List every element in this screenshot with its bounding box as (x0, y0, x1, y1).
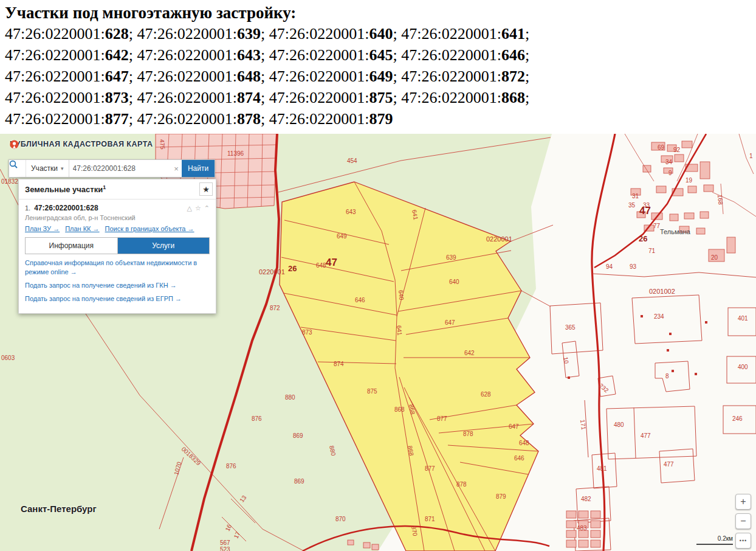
cadastral-number: 47:26:0220001:643 (137, 46, 261, 64)
search-icon[interactable] (9, 160, 26, 177)
tab-information[interactable]: Информация (26, 238, 118, 254)
cadastral-number: 47:26:0220001:628 (5, 25, 129, 43)
app-brand: ПУБЛИЧНАЯ КАДАСТРОВАЯ КАРТА (10, 140, 153, 148)
info-link[interactable]: Подать запрос на получение сведений из Г… (25, 281, 210, 290)
results-count-sup: 1 (103, 184, 106, 190)
cadastral-number: 47:26:0220001:642 (5, 46, 129, 64)
tab-services[interactable]: Услуги (118, 238, 210, 254)
map-tools-button[interactable]: ••• (735, 533, 751, 549)
info-link[interactable]: Справочная информация по объектам недвиж… (25, 258, 210, 277)
app-brand-title: ПУБЛИЧНАЯ КАДАСТРОВАЯ КАРТА (10, 140, 153, 148)
results-title: Земельные участки1 (25, 184, 106, 194)
search-category-label: Участки (31, 164, 58, 173)
page-title: Участки под многоэтажную застройку: (5, 2, 750, 23)
result-cadastral-number[interactable]: 47:26:0220001:628 (34, 204, 98, 212)
search-bar[interactable]: Участки ▾ × Найти (9, 159, 215, 178)
parcel-number-line: 47:26:0220001:877; 47:26:0220001:878; 47… (5, 108, 750, 130)
cadastral-number: 47:26:0220001:648 (137, 68, 261, 85)
results-header: Земельные участки1 ★ (19, 179, 216, 199)
search-results-panel: Земельные участки1 ★ 1. 47:26:0220001:62… (18, 179, 216, 314)
cadastral-number: 47:26:0220001:877 (5, 110, 129, 128)
clear-search-icon[interactable]: × (171, 160, 182, 177)
parcel-list: 47:26:0220001:628; 47:26:0220001:639; 47… (5, 23, 750, 130)
zoom-in-button[interactable]: + (735, 494, 751, 510)
favorites-star-button[interactable]: ★ (199, 182, 213, 196)
favorite-icon[interactable]: ☆ (195, 204, 201, 212)
parcel-number-line: 47:26:0220001:873; 47:26:0220001:874; 47… (5, 87, 750, 108)
chevron-down-icon: ▾ (61, 165, 64, 172)
cadastral-number: 47:26:0220001:879 (269, 110, 393, 128)
result-link[interactable]: План КК → (65, 225, 99, 232)
result-quick-links: План ЗУ →План КК →Поиск в границах объек… (25, 224, 210, 233)
result-item-icons: △☆⌃ (187, 204, 210, 212)
cadastral-number: 47:26:0220001:868 (401, 89, 525, 106)
document-header: Участки под многоэтажную застройку: 47:2… (0, 0, 756, 134)
cadastral-number: 47:26:0220001:649 (269, 68, 393, 85)
cadastral-number: 47:26:0220001:875 (269, 89, 393, 106)
search-input[interactable] (69, 160, 171, 177)
cadastral-number: 47:26:0220001:873 (5, 89, 129, 106)
search-category-dropdown[interactable]: Участки ▾ (26, 160, 69, 177)
cadastral-number: 47:26:0220001:639 (137, 25, 261, 43)
result-tabs: Информация Услуги (25, 237, 210, 254)
parcel-number-line: 47:26:0220001:628; 47:26:0220001:639; 47… (5, 23, 750, 44)
cadastral-number: 47:26:0220001:872 (401, 68, 525, 85)
result-location: Ленинградская обл, р-н Тосненский (25, 214, 210, 221)
zoom-out-button[interactable]: − (735, 513, 751, 529)
rosreestr-logo-icon[interactable] (10, 140, 19, 149)
result-link[interactable]: Поиск в границах объекта → (105, 225, 194, 232)
parcel-number-line: 47:26:0220001:647; 47:26:0220001:648; 47… (5, 66, 750, 87)
cadastral-number: 47:26:0220001:878 (137, 110, 261, 128)
result-item-header: 1. 47:26:0220001:628 △☆⌃ (25, 204, 210, 212)
result-info-links: Справочная информация по объектам недвиж… (25, 258, 210, 303)
cadastral-map[interactable]: 4546436416496390220001022000126648476406… (0, 134, 756, 551)
scale-bar (696, 544, 733, 545)
cadastral-number: 47:26:0220001:647 (5, 68, 129, 85)
result-link[interactable]: План ЗУ → (25, 225, 60, 232)
cadastral-number: 47:26:0220001:640 (269, 25, 393, 43)
search-submit-button[interactable]: Найти (182, 160, 215, 177)
result-item-index: 1. (25, 204, 30, 212)
scale-label: 0.2км (687, 535, 733, 542)
cadastral-number: 47:26:0220001:646 (401, 46, 525, 64)
cadastral-number: 47:26:0220001:645 (269, 46, 393, 64)
collapse-icon[interactable]: ⌃ (204, 204, 210, 212)
cadastral-number: 47:26:0220001:641 (401, 25, 525, 43)
parcel-number-line: 47:26:0220001:642; 47:26:0220001:643; 47… (5, 44, 750, 66)
result-item: 1. 47:26:0220001:628 △☆⌃ Ленинградская о… (19, 199, 216, 313)
warning-icon[interactable]: △ (187, 204, 191, 212)
cadastral-number: 47:26:0220001:874 (137, 89, 261, 106)
info-link[interactable]: Подать запрос на получение сведений из Е… (25, 294, 210, 303)
